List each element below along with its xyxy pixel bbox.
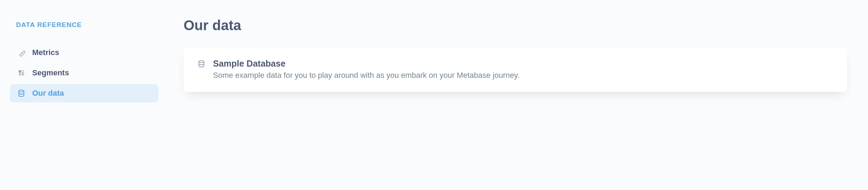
segments-icon — [18, 69, 25, 77]
sidebar-nav: Metrics Segments — [10, 43, 158, 102]
database-icon — [18, 89, 25, 97]
sidebar-item-label: Our data — [32, 89, 64, 98]
svg-rect-4 — [19, 70, 21, 73]
database-card[interactable]: Sample Database Some example data for yo… — [184, 48, 847, 92]
sidebar-item-label: Metrics — [32, 48, 59, 57]
sidebar: DATA REFERENCE Metrics — [0, 0, 168, 190]
database-card-description: Some example data for you to play around… — [213, 71, 519, 80]
svg-point-8 — [19, 90, 24, 92]
ruler-icon — [18, 49, 25, 56]
database-icon — [198, 60, 205, 68]
svg-rect-0 — [20, 51, 25, 56]
sidebar-title: DATA REFERENCE — [16, 21, 158, 29]
sidebar-item-segments[interactable]: Segments — [10, 64, 158, 82]
sidebar-item-our-data[interactable]: Our data — [10, 84, 158, 102]
svg-rect-7 — [19, 73, 21, 76]
svg-rect-5 — [22, 70, 24, 72]
svg-point-9 — [199, 61, 204, 63]
main-content: Our data Sample Database Some example da… — [168, 0, 868, 190]
database-card-title: Sample Database — [213, 59, 519, 69]
page-title: Our data — [184, 18, 847, 33]
svg-rect-6 — [22, 72, 24, 76]
database-card-body: Sample Database Some example data for yo… — [213, 59, 519, 80]
sidebar-item-metrics[interactable]: Metrics — [10, 43, 158, 62]
sidebar-item-label: Segments — [32, 68, 69, 77]
